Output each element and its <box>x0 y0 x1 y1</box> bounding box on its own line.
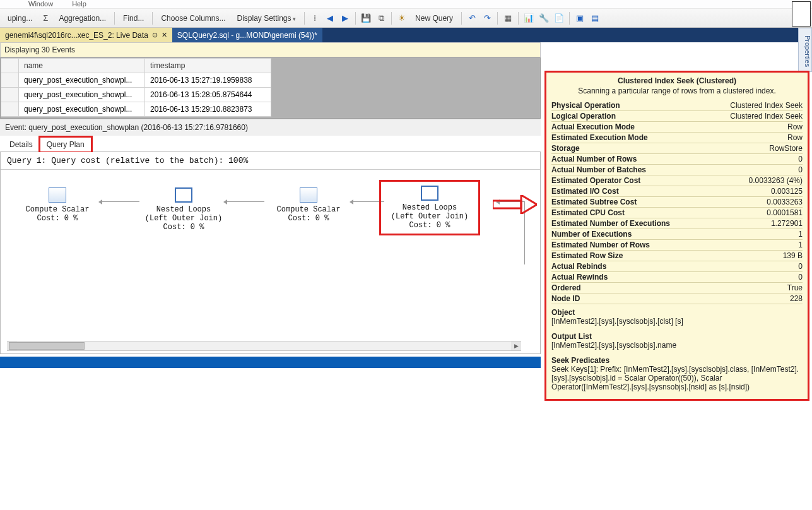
tooltip-value: 0 <box>707 272 803 283</box>
tooltip-row: Estimated Execution ModeRow <box>551 133 803 143</box>
plan-node-compute-scalar-2[interactable]: Compute Scalar Cost: 0 % <box>258 187 359 223</box>
tooltip-section-header: Seek Predicates <box>551 352 803 365</box>
tooltip-row: Actual Number of Rows0 <box>551 154 803 165</box>
undo-icon[interactable]: ↶ <box>465 11 479 25</box>
status-row: Displaying 30 Events <box>0 42 541 57</box>
compute-scalar-icon <box>49 187 66 203</box>
tooltip-key: Physical Operation <box>551 100 707 111</box>
tooltip-row: StorageRowStore <box>551 143 803 154</box>
pin-icon[interactable]: ⊙ <box>152 31 158 39</box>
aggregation-button[interactable]: Aggregation... <box>54 12 111 25</box>
display-settings-button[interactable]: Display Settings <box>232 12 302 25</box>
tooltip-value: 1 <box>707 240 803 251</box>
scroll-right-icon[interactable]: ▶ <box>511 341 521 350</box>
cell-name: query_post_execution_showpl... <box>19 73 145 88</box>
properties-tab[interactable]: Properties <box>798 28 812 72</box>
tooltip-key: Node ID <box>551 294 707 304</box>
node-cost: Cost: 0 % <box>7 214 108 223</box>
col-header-timestamp[interactable]: timestamp <box>145 59 271 73</box>
tooltip-row: Estimated Row Size139 B <box>551 251 803 261</box>
tooltip-row: Node ID228 <box>551 294 803 304</box>
tooltip-row: Actual Execution ModeRow <box>551 122 803 133</box>
tooltip-row: Logical OperationClustered Index Seek <box>551 111 803 122</box>
tooltip-section-value: [InMemTest2].[sys].[sysclsobjs].name <box>551 341 803 352</box>
tooltip-value: Row <box>707 122 803 133</box>
tooltip-value: True <box>707 283 803 294</box>
tooltip-key: Actual Number of Rows <box>551 154 707 165</box>
nav-fwd-icon[interactable]: ▶ <box>338 11 352 25</box>
tab-details[interactable]: Details <box>3 137 40 152</box>
tooltip-row: Actual Rewinds0 <box>551 272 803 283</box>
table-row[interactable]: query_post_execution_showpl... 2016-06-1… <box>1 88 271 102</box>
tab-sqlquery2[interactable]: SQLQuery2.sql - g...MOND\genemi (54))* <box>172 28 322 42</box>
col-header-name[interactable]: name <box>19 59 145 73</box>
tooltip-section-value: [InMemTest2].[sys].[sysclsobjs].[clst] [… <box>551 317 803 328</box>
tooltip-row: Number of Executions1 <box>551 229 803 240</box>
save-all-icon[interactable]: ⧉ <box>374 11 388 25</box>
tool-icon-2[interactable]: ▤ <box>588 11 602 25</box>
wrench-icon[interactable]: 🔧 <box>537 11 551 25</box>
plan-node-compute-scalar-1[interactable]: Compute Scalar Cost: 0 % <box>7 187 108 223</box>
tooltip-row: OrderedTrue <box>551 283 803 294</box>
new-query-button[interactable]: New Query <box>410 12 458 25</box>
node-cost: Cost: 0 % <box>382 221 477 230</box>
nav-back-icon[interactable]: ◀ <box>323 11 337 25</box>
grouping-button[interactable]: uping... <box>3 12 37 25</box>
tooltip-key: Estimated Execution Mode <box>551 133 707 143</box>
corner-box <box>792 1 811 27</box>
tooltip-key: Estimated Number of Executions <box>551 218 707 229</box>
plan-node-nested-loops-2[interactable]: Nested Loops (Left Outer Join) Cost: 0 % <box>379 180 480 235</box>
tooltip-value: Row <box>707 133 803 143</box>
node-sub: (Left Outer Join) <box>133 214 234 223</box>
tooltip-value: Clustered Index Seek <box>707 100 803 111</box>
footer-bar <box>0 357 541 368</box>
sigma-icon[interactable]: Σ <box>38 11 52 25</box>
doc-icon[interactable]: 📄 <box>552 11 566 25</box>
tooltip-value: 0.0033263 <box>707 197 803 208</box>
tooltip-value: 0 <box>707 154 803 165</box>
tooltip-value: 1.272901 <box>707 218 803 229</box>
tool-icon-1[interactable]: ▣ <box>573 11 587 25</box>
tooltip-title: Clustered Index Seek (Clustered) <box>551 76 803 85</box>
menu-help[interactable]: Help <box>72 0 86 8</box>
horizontal-scrollbar[interactable]: ◀ ▶ <box>7 341 521 351</box>
tooltip-key: Storage <box>551 143 707 154</box>
tooltip-value: 1 <box>707 229 803 240</box>
chart-icon[interactable]: 📊 <box>522 11 536 25</box>
node-title: Nested Loops <box>382 203 477 212</box>
table-row[interactable]: query_post_execution_showpl... 2016-06-1… <box>1 102 271 117</box>
menu-window[interactable]: Window <box>28 0 53 8</box>
tab-label: genemi4f\sql2016rc...xec_ES_2: Live Data <box>5 31 148 40</box>
new-query-icon[interactable]: ☀ <box>395 11 409 25</box>
tooltip-row: Estimated CPU Cost0.0001581 <box>551 208 803 218</box>
tooltip-row: Estimated Number of Rows1 <box>551 240 803 251</box>
cell-timestamp: 2016-06-13 15:29:10.8823873 <box>145 102 271 117</box>
redo-icon[interactable]: ↷ <box>480 11 494 25</box>
close-icon[interactable]: ✕ <box>162 31 167 39</box>
menu-bar: Window Help <box>0 0 812 9</box>
cell-timestamp: 2016-06-13 15:27:19.1959838 <box>145 73 271 88</box>
plan-node-nested-loops-1[interactable]: Nested Loops (Left Outer Join) Cost: 0 % <box>133 187 234 232</box>
tooltip-row: Actual Number of Batches0 <box>551 165 803 175</box>
tooltip-value: 139 B <box>707 251 803 261</box>
row-header-blank <box>1 59 19 73</box>
nested-loops-icon <box>421 186 438 201</box>
find-button[interactable]: Find... <box>118 12 149 25</box>
tooltip-key: Actual Rewinds <box>551 272 707 283</box>
compute-scalar-icon <box>300 187 317 203</box>
plan-canvas[interactable]: Compute Scalar Cost: 0 % Nested Loops (L… <box>1 170 540 334</box>
tooltip-key: Actual Rebinds <box>551 261 707 272</box>
choose-columns-button[interactable]: Choose Columns... <box>156 12 230 25</box>
cell-name: query_post_execution_showpl... <box>19 88 145 102</box>
save-icon[interactable]: 💾 <box>359 11 373 25</box>
tooltip-key: Actual Number of Batches <box>551 165 707 175</box>
scrollbar-thumb[interactable] <box>9 342 85 350</box>
grid-icon[interactable]: ▦ <box>501 11 515 25</box>
event-label: Event: query_post_execution_showplan (20… <box>0 119 541 136</box>
tooltip-key: Estimated Subtree Cost <box>551 197 707 208</box>
tooltip-value: Clustered Index Seek <box>707 111 803 122</box>
node-cost: Cost: 0 % <box>133 223 234 232</box>
tab-live-data[interactable]: genemi4f\sql2016rc...xec_ES_2: Live Data… <box>0 28 172 42</box>
table-row[interactable]: query_post_execution_showpl... 2016-06-1… <box>1 73 271 88</box>
tab-query-plan[interactable]: Query Plan <box>40 137 91 152</box>
